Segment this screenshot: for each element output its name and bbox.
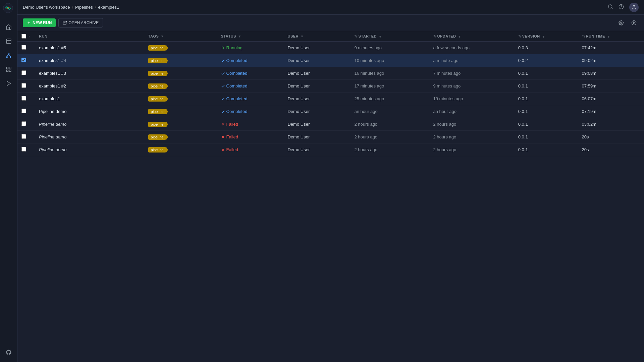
- sidebar-item-deploy[interactable]: [3, 77, 15, 89]
- row-checkbox-cell[interactable]: [17, 93, 35, 105]
- user-cell: Demo User: [283, 67, 350, 80]
- updated-time: 2 hours ago: [433, 134, 457, 139]
- user-avatar[interactable]: [629, 3, 639, 12]
- updated-cell: 9 minutes ago: [429, 80, 514, 93]
- col-header-tags[interactable]: TAGS ▼: [144, 31, 217, 42]
- open-archive-button[interactable]: OPEN ARCHIVE: [58, 18, 103, 27]
- row-checkbox[interactable]: [21, 96, 26, 101]
- table-row[interactable]: examples1 #5 pipeline Running Demo User …: [17, 42, 644, 54]
- row-checkbox-cell[interactable]: [17, 131, 35, 143]
- row-checkbox[interactable]: [21, 147, 26, 152]
- row-checkbox-cell[interactable]: [17, 42, 35, 54]
- sidebar-item-datasets[interactable]: [3, 63, 15, 75]
- tag-badge[interactable]: pipeline: [148, 147, 166, 153]
- col-header-runtime[interactable]: RUN TIME ▼: [578, 31, 644, 42]
- settings-icon[interactable]: [616, 18, 626, 27]
- runtime-filter-icon[interactable]: ▼: [607, 35, 610, 39]
- col-header-run[interactable]: RUN: [35, 31, 144, 42]
- started-filter-icon[interactable]: ▼: [379, 35, 382, 39]
- updated-cell: 2 hours ago: [429, 131, 514, 143]
- new-run-button[interactable]: NEW RUN: [23, 18, 56, 27]
- github-icon[interactable]: [3, 346, 15, 358]
- version-cell: 0.0.3: [514, 42, 578, 54]
- updated-filter-icon[interactable]: ▼: [458, 35, 461, 39]
- sidebar-bottom: [3, 345, 15, 359]
- row-checkbox[interactable]: [21, 134, 26, 139]
- sidebar-item-pipelines[interactable]: [3, 49, 15, 61]
- row-checkbox[interactable]: [21, 121, 26, 126]
- row-checkbox-cell[interactable]: [17, 54, 35, 67]
- col-tags-label: TAGS: [148, 34, 159, 38]
- col-header-user[interactable]: USER ▼: [283, 31, 350, 42]
- row-checkbox-cell[interactable]: [17, 80, 35, 93]
- row-checkbox-cell[interactable]: [17, 143, 35, 156]
- col-header-started[interactable]: STARTED ▼: [350, 31, 429, 42]
- run-name: Pipeline demo: [39, 147, 66, 152]
- row-checkbox[interactable]: [21, 83, 26, 88]
- table-row[interactable]: Pipeline demo pipeline Failed Demo User …: [17, 143, 644, 156]
- run-name-cell: Pipeline demo: [35, 131, 144, 143]
- status-badge: Completed: [221, 58, 280, 63]
- app-logo[interactable]: [3, 3, 15, 15]
- tag-wrapper: pipeline: [148, 96, 213, 102]
- status-cell: Failed: [217, 143, 284, 156]
- table-row[interactable]: examples1 pipeline Completed Demo User 2…: [17, 93, 644, 105]
- started-time: 17 minutes ago: [354, 83, 384, 88]
- version-filter-icon[interactable]: ▼: [542, 35, 545, 39]
- version-value: 0.0.1: [518, 71, 528, 76]
- row-checkbox[interactable]: [21, 58, 26, 62]
- started-cell: 2 hours ago: [350, 118, 429, 131]
- svg-line-4: [7, 54, 8, 57]
- sidebar-item-home[interactable]: [3, 21, 15, 33]
- select-all-header[interactable]: [17, 31, 35, 42]
- play-icon[interactable]: [629, 18, 639, 27]
- row-checkbox-cell[interactable]: [17, 105, 35, 118]
- started-cell: 2 hours ago: [350, 143, 429, 156]
- table-row[interactable]: examples1 #3 pipeline Completed Demo Use…: [17, 67, 644, 80]
- col-header-version[interactable]: VERSION ▼: [514, 31, 578, 42]
- tag-badge[interactable]: pipeline: [148, 96, 166, 102]
- updated-cell: 19 minutes ago: [429, 93, 514, 105]
- tag-badge[interactable]: pipeline: [148, 83, 166, 89]
- col-header-updated[interactable]: UPDATED ▼: [429, 31, 514, 42]
- tag-badge[interactable]: pipeline: [148, 122, 166, 127]
- updated-cell: a few seconds ago: [429, 42, 514, 54]
- table-row[interactable]: Pipeline demo pipeline Failed Demo User …: [17, 131, 644, 143]
- breadcrumb-pipelines[interactable]: Pipelines: [75, 5, 93, 10]
- row-checkbox[interactable]: [21, 70, 26, 75]
- status-filter-icon[interactable]: ▼: [238, 35, 241, 38]
- version-cell: 0.0.1: [514, 118, 578, 131]
- tag-badge[interactable]: pipeline: [148, 45, 166, 51]
- row-checkbox[interactable]: [21, 45, 26, 50]
- status-cell: Completed: [217, 67, 284, 80]
- runtime-value: 03:02m: [582, 122, 596, 127]
- status-cell: Running: [217, 42, 284, 54]
- version-value: 0.0.1: [518, 96, 528, 101]
- tags-cell: pipeline: [144, 105, 217, 118]
- sidebar-item-experiments[interactable]: [3, 35, 15, 47]
- run-name-cell: Pipeline demo: [35, 105, 144, 118]
- col-header-status[interactable]: STATUS ▼: [217, 31, 284, 42]
- help-icon[interactable]: [619, 4, 624, 11]
- tag-badge[interactable]: pipeline: [148, 58, 166, 63]
- tag-badge[interactable]: pipeline: [148, 71, 166, 76]
- tags-filter-icon[interactable]: ▼: [161, 35, 164, 38]
- row-checkbox[interactable]: [21, 109, 26, 113]
- table-row[interactable]: examples1 #2 pipeline Completed Demo Use…: [17, 80, 644, 93]
- status-badge: Completed: [221, 83, 280, 88]
- row-checkbox-cell[interactable]: [17, 67, 35, 80]
- table-row[interactable]: Pipeline demo pipeline Completed Demo Us…: [17, 105, 644, 118]
- select-all-checkbox[interactable]: [21, 34, 26, 39]
- row-checkbox-cell[interactable]: [17, 118, 35, 131]
- started-cell: 10 minutes ago: [350, 54, 429, 67]
- runtime-cell: 03:02m: [578, 118, 644, 131]
- tag-badge[interactable]: pipeline: [148, 134, 166, 140]
- table-row[interactable]: examples1 #4 pipeline Completed Demo Use…: [17, 54, 644, 67]
- user-filter-icon[interactable]: ▼: [301, 35, 304, 38]
- search-icon[interactable]: [608, 4, 613, 11]
- version-value: 0.0.2: [518, 58, 528, 63]
- tag-badge[interactable]: pipeline: [148, 109, 166, 114]
- breadcrumb-sep1: /: [72, 5, 73, 10]
- table-row[interactable]: Pipeline demo pipeline Failed Demo User …: [17, 118, 644, 131]
- breadcrumb-workspace[interactable]: Demo User's workspace: [23, 5, 70, 10]
